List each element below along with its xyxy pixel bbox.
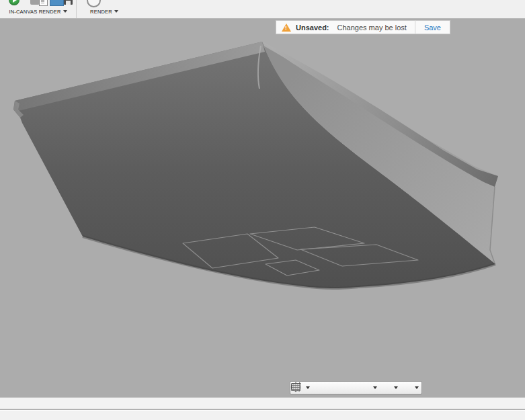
warning-title: Unsaved: [296,24,329,32]
grid-and-snaps-button[interactable] [401,382,414,394]
in-canvas-render-label: IN-CANVAS RENDER [9,9,60,15]
render-label: RENDER [90,9,112,15]
chevron-down-icon [63,10,67,13]
render-model[interactable] [13,42,498,288]
chevron-down-icon [373,386,377,389]
display-settings-dropdown[interactable] [393,382,399,394]
grid-and-snaps-icon [290,382,301,392]
render-canvas [0,19,525,397]
chevron-down-icon [415,386,419,389]
pan-button[interactable] [329,382,341,394]
chevron-down-icon [394,386,398,389]
render-settings-icon[interactable] [30,0,40,5]
chevron-down-icon [306,386,310,389]
render-group: RENDER [77,0,132,18]
grid-and-snaps-dropdown[interactable] [414,382,419,394]
top-toolbar: IN-CANVAS RENDER RENDER [0,0,525,19]
fit-dropdown[interactable] [372,382,378,394]
render-teapot-icon[interactable] [87,0,101,7]
render-dropdown[interactable]: RENDER [77,9,132,15]
save-button[interactable]: Save [415,24,450,32]
fit-button[interactable] [360,382,372,394]
chevron-down-icon [114,10,118,13]
save-image-icon[interactable] [64,0,73,5]
footer-bar-upper [0,397,525,409]
orbit-dropdown[interactable] [305,382,311,394]
warning-message: Changes may be lost [337,24,407,32]
footer-bar-lower [0,410,525,420]
in-canvas-render-group: IN-CANVAS RENDER [0,0,76,18]
unsaved-warning-bar: Unsaved: Changes may be lost Save [276,20,450,34]
zoom-button[interactable] [344,382,357,394]
in-canvas-render-dropdown[interactable]: IN-CANVAS RENDER [0,9,76,15]
navigation-bar [290,381,422,394]
in-canvas-render-play-icon[interactable] [9,0,19,5]
viewport-3d[interactable]: Unsaved: Changes may be lost Save [0,19,525,397]
capture-image-icon[interactable] [50,0,64,6]
warning-triangle-icon [282,24,291,32]
render-settings-badge-icon [39,0,48,6]
look-at-button[interactable] [313,382,326,394]
fusion-render-workspace: IN-CANVAS RENDER RENDER [0,0,525,420]
display-settings-button[interactable] [380,382,393,394]
